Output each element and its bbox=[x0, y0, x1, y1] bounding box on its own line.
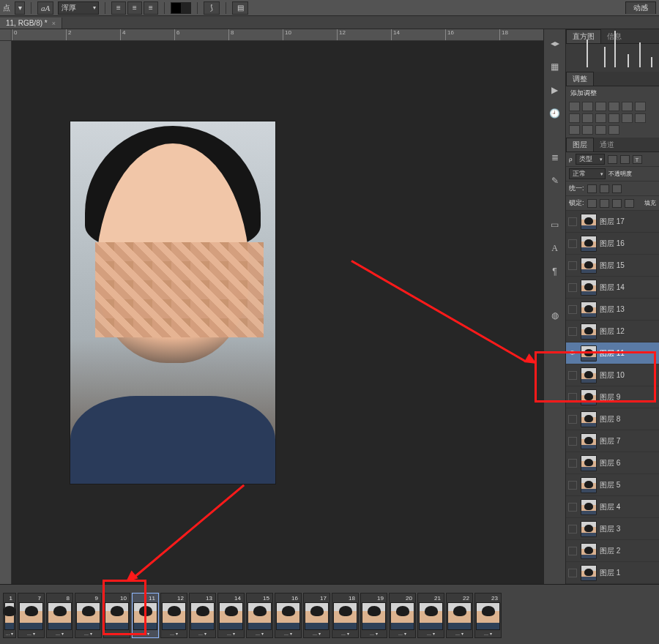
frame-delay[interactable]: ... bbox=[398, 631, 406, 636]
history-icon[interactable]: 🕘 bbox=[547, 107, 563, 120]
frame-thumbnail[interactable] bbox=[447, 602, 472, 630]
frame-delay[interactable]: ... bbox=[141, 631, 149, 636]
frame-thumbnail[interactable] bbox=[362, 602, 386, 630]
frame-thumbnail[interactable] bbox=[190, 602, 215, 630]
frame-delay[interactable]: ... bbox=[56, 631, 64, 636]
layer-row[interactable]: 图层 7 bbox=[566, 430, 659, 452]
anti-alias-select[interactable]: 浑厚 bbox=[58, 1, 99, 15]
timeline-frame[interactable]: 21... bbox=[417, 593, 444, 638]
layer-name[interactable]: 图层 11 bbox=[600, 348, 625, 359]
animation-timeline[interactable]: 1...7...8...9...10...11...12...13...14..… bbox=[0, 584, 659, 644]
panel-tab-motion[interactable]: 动感 bbox=[625, 1, 656, 14]
adj-colbal-icon[interactable] bbox=[569, 113, 580, 123]
blend-mode-select[interactable]: 正常 bbox=[569, 168, 606, 179]
frame-thumbnail[interactable] bbox=[390, 602, 414, 630]
point-dropdown-icon[interactable]: ▾ bbox=[15, 1, 25, 15]
layer-name[interactable]: 图层 3 bbox=[600, 524, 620, 534]
lock-trans-icon[interactable] bbox=[587, 199, 597, 208]
frame-delay[interactable]: ... bbox=[113, 631, 121, 636]
layer-name[interactable]: 图层 8 bbox=[600, 414, 620, 424]
layer-thumbnail[interactable] bbox=[581, 565, 597, 581]
adj-chmix-icon[interactable] bbox=[608, 113, 619, 123]
canvas-region[interactable]: 024681012141618 bbox=[0, 29, 543, 584]
tab-channels[interactable]: 通道 bbox=[594, 138, 620, 151]
layer-name[interactable]: 图层 17 bbox=[600, 217, 625, 227]
visibility-toggle-icon[interactable] bbox=[567, 304, 578, 315]
layer-name[interactable]: 图层 5 bbox=[600, 480, 620, 490]
navigator-icon[interactable]: ▦ bbox=[547, 60, 563, 73]
visibility-toggle-icon[interactable] bbox=[567, 239, 578, 249]
visibility-toggle-icon[interactable] bbox=[567, 326, 578, 337]
warp-text-icon[interactable]: ⟆ bbox=[204, 1, 220, 15]
layer-thumbnail[interactable] bbox=[581, 280, 597, 296]
layer-name[interactable]: 图层 15 bbox=[600, 261, 625, 271]
dock-collapse-icon[interactable]: ◂▸ bbox=[547, 37, 563, 50]
frame-delay[interactable]: ... bbox=[313, 631, 321, 636]
timeline-frame[interactable]: 11... bbox=[132, 593, 159, 638]
layer-filter-kind[interactable]: 类型 bbox=[576, 154, 605, 165]
layer-row[interactable]: 图层 12 bbox=[566, 321, 659, 342]
filter-pixel-icon[interactable] bbox=[608, 155, 617, 164]
timeline-frame[interactable]: 12... bbox=[160, 593, 187, 638]
layer-row[interactable]: 图层 6 bbox=[566, 452, 659, 474]
layer-row[interactable]: 图层 17 bbox=[566, 211, 659, 233]
adj-levels-icon[interactable] bbox=[582, 102, 593, 111]
layer-thumbnail[interactable] bbox=[581, 323, 597, 340]
adj-thresh-icon[interactable] bbox=[582, 125, 593, 135]
layer-row[interactable]: 图层 8 bbox=[566, 408, 659, 430]
frame-thumbnail[interactable] bbox=[333, 602, 357, 630]
lock-pos-icon[interactable] bbox=[612, 199, 622, 208]
visibility-toggle-icon[interactable] bbox=[567, 414, 578, 424]
align-left-icon[interactable]: ≡ bbox=[111, 1, 126, 15]
visibility-toggle-icon[interactable] bbox=[567, 392, 578, 402]
frame-delay[interactable]: ... bbox=[484, 631, 492, 636]
layer-thumbnail[interactable] bbox=[581, 389, 597, 405]
timeline-frame[interactable]: 10... bbox=[103, 593, 130, 638]
timeline-frame[interactable]: 14... bbox=[217, 593, 245, 638]
canvas-image[interactable] bbox=[70, 121, 275, 484]
align-right-icon[interactable]: ≡ bbox=[144, 1, 158, 15]
layer-thumbnail[interactable] bbox=[581, 258, 597, 274]
adj-curves-icon[interactable] bbox=[595, 102, 606, 111]
timeline-frame[interactable]: 13... bbox=[189, 593, 216, 638]
frame-delay[interactable]: ... bbox=[370, 631, 378, 636]
layer-row[interactable]: 图层 15 bbox=[566, 255, 659, 277]
layer-thumbnail[interactable] bbox=[581, 521, 597, 537]
adj-brightness-icon[interactable] bbox=[569, 102, 580, 111]
layer-row[interactable]: 图层 14 bbox=[566, 277, 659, 299]
layer-row[interactable]: 图层 2 bbox=[566, 540, 659, 562]
timeline-frame[interactable]: 1... bbox=[3, 593, 16, 638]
layer-thumbnail[interactable] bbox=[581, 302, 597, 318]
anti-alias-icon[interactable]: aA bbox=[37, 1, 53, 15]
timeline-frame[interactable]: 20... bbox=[389, 593, 416, 638]
layer-thumbnail[interactable] bbox=[581, 236, 597, 252]
brush-icon[interactable]: ✎ bbox=[547, 174, 563, 187]
lock-all-icon[interactable] bbox=[625, 199, 634, 208]
frame-thumbnail[interactable] bbox=[276, 602, 300, 630]
filter-adj-icon[interactable] bbox=[620, 155, 630, 164]
layer-name[interactable]: 图层 6 bbox=[600, 458, 620, 468]
frame-thumbnail[interactable] bbox=[162, 602, 186, 630]
layer-name[interactable]: 图层 13 bbox=[600, 304, 625, 315]
adj-exposure-icon[interactable] bbox=[608, 102, 619, 111]
visibility-toggle-icon[interactable] bbox=[567, 436, 578, 446]
character-panel-icon[interactable]: ▤ bbox=[232, 1, 248, 15]
unify-pos-icon[interactable] bbox=[587, 184, 597, 193]
visibility-toggle-icon[interactable] bbox=[567, 546, 578, 556]
unify-vis-icon[interactable] bbox=[600, 184, 609, 193]
frame-thumbnail[interactable] bbox=[133, 602, 157, 630]
visibility-toggle-icon[interactable] bbox=[567, 458, 578, 468]
layer-name[interactable]: 图层 16 bbox=[600, 239, 625, 249]
adj-poster-icon[interactable] bbox=[569, 125, 580, 135]
frame-delay[interactable]: ... bbox=[27, 631, 35, 636]
adj-vibrance-icon[interactable] bbox=[622, 102, 633, 111]
frame-thumbnail[interactable] bbox=[105, 602, 129, 630]
frame-thumbnail[interactable] bbox=[247, 602, 272, 630]
layer-name[interactable]: 图层 14 bbox=[600, 282, 625, 293]
document-tab[interactable]: 11, RGB/8) * × bbox=[0, 18, 62, 29]
layer-name[interactable]: 图层 12 bbox=[600, 326, 625, 337]
align-center-icon[interactable]: ≡ bbox=[127, 1, 142, 15]
frame-delay[interactable]: ... bbox=[84, 631, 92, 636]
ruler-tool-icon[interactable]: ▭ bbox=[547, 218, 563, 231]
frame-delay[interactable]: ... bbox=[284, 631, 292, 636]
